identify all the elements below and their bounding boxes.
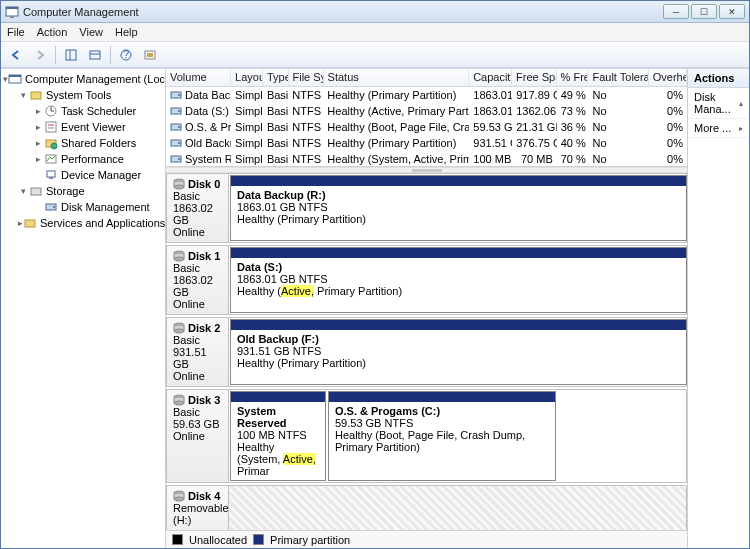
drive-icon	[170, 153, 182, 165]
col-layout[interactable]: Layout	[231, 69, 263, 86]
volume-row[interactable]: O.S. & Progams (C:)SimpleBasicNTFSHealth…	[166, 119, 687, 135]
svg-point-47	[174, 329, 184, 333]
legend-primary-swatch	[253, 534, 264, 545]
disk-partitions	[228, 485, 687, 530]
svg-rect-24	[49, 177, 53, 179]
menu-view[interactable]: View	[79, 26, 103, 38]
toolbar: ?	[1, 42, 749, 68]
show-hide-button[interactable]	[60, 45, 82, 65]
col-volume[interactable]: Volume	[166, 69, 231, 86]
menu-help[interactable]: Help	[115, 26, 138, 38]
volume-row[interactable]: System ReservedSimpleBasicNTFSHealthy (S…	[166, 151, 687, 167]
disk-icon	[173, 250, 185, 262]
window-buttons: ─ ☐ ✕	[661, 4, 745, 19]
disk-partitions: System Reserved100 MB NTFSHealthy (Syste…	[228, 389, 687, 483]
volume-header[interactable]: Volume Layout Type File System Status Ca…	[166, 69, 687, 87]
tree-storage[interactable]: ▾Storage	[18, 183, 163, 199]
col-status[interactable]: Status	[324, 69, 470, 86]
maximize-button[interactable]: ☐	[691, 4, 717, 19]
svg-point-38	[178, 158, 180, 160]
volume-row[interactable]: Old Backup (F:)SimpleBasicNTFSHealthy (P…	[166, 135, 687, 151]
help-button[interactable]: ?	[115, 45, 137, 65]
refresh-button[interactable]	[84, 45, 106, 65]
col-filesystem[interactable]: File System	[289, 69, 324, 86]
tree-system-tools[interactable]: ▾System Tools	[18, 87, 163, 103]
disk-icon	[173, 394, 185, 406]
window-title: Computer Management	[23, 6, 661, 18]
svg-point-21	[51, 143, 57, 149]
drive-icon	[170, 89, 182, 101]
svg-rect-17	[46, 122, 56, 132]
disk-icon	[173, 178, 185, 190]
tree-device-manager[interactable]: Device Manager	[33, 167, 163, 183]
svg-point-41	[174, 185, 184, 189]
legend: Unallocated Primary partition	[166, 530, 687, 548]
menu-action[interactable]: Action	[37, 26, 68, 38]
tree-performance[interactable]: ▸Performance	[33, 151, 163, 167]
tree-task-scheduler[interactable]: ▸Task Scheduler	[33, 103, 163, 119]
content-area: ▾Computer Management (Local) ▾System Too…	[1, 68, 749, 548]
disk-partitions: Data Backup (R:)1863.01 GB NTFSHealthy (…	[228, 173, 687, 243]
tree-event-viewer[interactable]: ▸Event Viewer	[33, 119, 163, 135]
tree-disk-management[interactable]: Disk Management	[33, 199, 163, 215]
svg-point-44	[174, 257, 184, 261]
svg-point-30	[178, 94, 180, 96]
titlebar: Computer Management ─ ☐ ✕	[1, 1, 749, 23]
back-button[interactable]	[5, 45, 27, 65]
horizontal-splitter[interactable]	[166, 167, 687, 173]
col-free[interactable]: Free Space	[512, 69, 557, 86]
disk-block[interactable]: Disk 0Basic1863.02 GBOnlineData Backup (…	[166, 173, 687, 243]
svg-point-36	[178, 142, 180, 144]
legend-unallocated-swatch	[172, 534, 183, 545]
actions-header: Actions	[688, 69, 749, 88]
col-capacity[interactable]: Capacity	[469, 69, 512, 86]
svg-rect-12	[9, 75, 21, 77]
settings-button[interactable]	[139, 45, 161, 65]
partition[interactable]: Old Backup (F:)931.51 GB NTFSHealthy (Pr…	[230, 319, 687, 385]
legend-primary-label: Primary partition	[270, 534, 350, 546]
svg-rect-1	[6, 7, 18, 9]
volume-row[interactable]: Data (S:)SimpleBasicNTFSHealthy (Active,…	[166, 103, 687, 119]
disk-block[interactable]: Disk 3Basic59.63 GBOnlineSystem Reserved…	[166, 389, 687, 483]
forward-button[interactable]	[29, 45, 51, 65]
col-overhead[interactable]: Overhead	[649, 69, 687, 86]
svg-rect-28	[25, 220, 35, 227]
actions-more[interactable]: More ...▸	[688, 119, 749, 138]
svg-rect-25	[31, 188, 41, 195]
disk-block[interactable]: Disk 1Basic1863.02 GBOnlineData (S:)1863…	[166, 245, 687, 315]
partition[interactable]: O.S. & Progams (C:)59.53 GB NTFSHealthy …	[328, 391, 557, 481]
volume-row[interactable]: Data Backup (R:)SimpleBasicNTFSHealthy (…	[166, 87, 687, 103]
app-icon	[5, 5, 19, 19]
actions-pane: Actions Disk Mana...▴ More ...▸	[687, 69, 749, 548]
middle-pane: Volume Layout Type File System Status Ca…	[166, 69, 687, 548]
svg-point-50	[174, 401, 184, 405]
tree-services[interactable]: ▸Services and Applications	[18, 215, 163, 231]
volume-list[interactable]: Volume Layout Type File System Status Ca…	[166, 69, 687, 167]
col-type[interactable]: Type	[263, 69, 289, 86]
svg-rect-5	[90, 51, 100, 59]
svg-rect-10	[147, 53, 153, 57]
tree-shared-folders[interactable]: ▸Shared Folders	[33, 135, 163, 151]
disk-label: Disk 4Removable (H:)No Media	[166, 485, 228, 530]
disk-label: Disk 2Basic931.51 GBOnline	[166, 317, 228, 387]
svg-point-32	[178, 110, 180, 112]
minimize-button[interactable]: ─	[663, 4, 689, 19]
col-pct-free[interactable]: % Free	[557, 69, 589, 86]
partition[interactable]: Data Backup (R:)1863.01 GB NTFSHealthy (…	[230, 175, 687, 241]
menu-file[interactable]: File	[7, 26, 25, 38]
disk-block[interactable]: Disk 2Basic931.51 GBOnlineOld Backup (F:…	[166, 317, 687, 387]
svg-point-34	[178, 126, 180, 128]
col-fault-tolerance[interactable]: Fault Tolerance	[588, 69, 648, 86]
disk-block[interactable]: Disk 4Removable (H:)No Media	[166, 485, 687, 530]
tree-pane[interactable]: ▾Computer Management (Local) ▾System Too…	[1, 69, 166, 548]
collapse-icon: ▴	[739, 99, 743, 108]
partition[interactable]: System Reserved100 MB NTFSHealthy (Syste…	[230, 391, 326, 481]
disk-partitions: Old Backup (F:)931.51 GB NTFSHealthy (Pr…	[228, 317, 687, 387]
partition[interactable]: Data (S:)1863.01 GB NTFSHealthy (Active,…	[230, 247, 687, 313]
actions-disk-management[interactable]: Disk Mana...▴	[688, 88, 749, 119]
disk-map[interactable]: Disk 0Basic1863.02 GBOnlineData Backup (…	[166, 173, 687, 530]
tree-root[interactable]: ▾Computer Management (Local)	[3, 71, 163, 87]
menubar: File Action View Help	[1, 23, 749, 42]
close-button[interactable]: ✕	[719, 4, 745, 19]
drive-icon	[170, 105, 182, 117]
